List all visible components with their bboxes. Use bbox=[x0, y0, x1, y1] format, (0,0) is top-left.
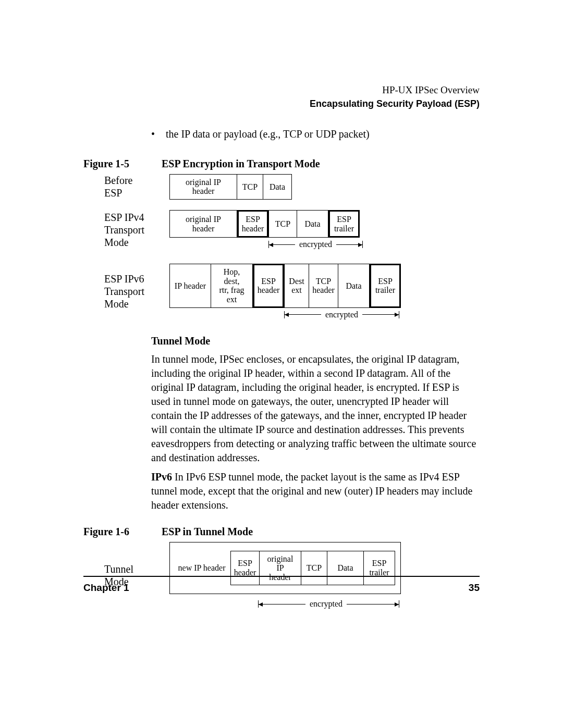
pkt-box: TCP header bbox=[309, 264, 338, 307]
pkt-box: Data bbox=[327, 551, 364, 586]
figure-title: ESP Encryption in Transport Mode bbox=[162, 158, 480, 170]
tunnel-mode-boxwrap: new IP header ESP header original IP hea… bbox=[169, 542, 401, 609]
figure-number: Figure 1-6 bbox=[83, 526, 162, 538]
pkt-box: original IP header bbox=[260, 551, 301, 586]
bullet-text: the IP data or payload (e.g., TCP or UDP… bbox=[166, 128, 370, 140]
encrypted-text: encrypted bbox=[305, 599, 347, 609]
pkt-box: Hop, dest, rtr, frag ext bbox=[211, 264, 253, 307]
ipv6-para-text: In IPv6 ESP tunnel mode, the packet layo… bbox=[151, 471, 472, 511]
range-bar-icon bbox=[399, 311, 399, 318]
figure-title: ESP in Tunnel Mode bbox=[162, 526, 480, 538]
running-header: HP-UX IPSec Overview Encapsulating Secur… bbox=[83, 83, 480, 110]
esp-ipv6-boxes: IP header Hop, dest, rtr, frag ext ESP h… bbox=[169, 264, 401, 307]
esp-ipv4-label: ESP IPv4 Transport Mode bbox=[83, 211, 169, 249]
encrypted-range: encrypted bbox=[258, 599, 401, 609]
arrow-right-icon bbox=[347, 604, 399, 604]
encrypted-range: encrypted bbox=[284, 310, 401, 319]
pkt-box: ESP trailer bbox=[328, 210, 360, 238]
esp-ipv6-label: ESP IPv6 Transport Mode bbox=[83, 273, 169, 310]
figure-1-5-diagram: Before ESP original IP header TCP Data E… bbox=[83, 174, 480, 319]
pkt-box: ESP header bbox=[253, 264, 284, 307]
pkt-box: original IP header bbox=[169, 174, 237, 200]
figure-1-5-header: Figure 1-5 ESP Encryption in Transport M… bbox=[83, 158, 480, 170]
encrypted-text: encrypted bbox=[321, 310, 362, 319]
arrow-left-icon bbox=[259, 604, 305, 604]
pkt-box: ESP trailer bbox=[370, 264, 401, 307]
arrow-left-icon bbox=[285, 314, 321, 315]
before-esp-row: Before ESP original IP header TCP Data bbox=[83, 174, 480, 200]
tunnel-mode-paragraph: In tunnel mode, IPSec encloses, or encap… bbox=[83, 352, 480, 465]
pkt-box: original IP header bbox=[169, 210, 237, 238]
page-number: 35 bbox=[469, 582, 480, 594]
range-bar-icon bbox=[362, 241, 363, 248]
pkt-box: Data bbox=[297, 210, 328, 238]
pkt-box: Dest ext bbox=[284, 264, 309, 307]
bullet-dot-icon: • bbox=[151, 128, 166, 140]
section-title: Encapsulating Security Payload (ESP) bbox=[83, 97, 480, 110]
arrow-right-icon bbox=[336, 244, 362, 245]
pkt-box: ESP trailer bbox=[364, 551, 395, 586]
esp-ipv4-boxes: original IP header ESP header TCP Data E… bbox=[169, 210, 363, 238]
bullet-item: • the IP data or payload (e.g., TCP or U… bbox=[83, 128, 480, 140]
tunnel-mode-row: Tunnel Mode new IP header ESP header ori… bbox=[83, 542, 480, 609]
ipv6-prefix: IPv6 bbox=[151, 471, 172, 483]
arrow-right-icon bbox=[362, 314, 399, 315]
pkt-box: TCP bbox=[301, 551, 327, 586]
before-esp-label: Before ESP bbox=[83, 174, 169, 199]
esp-ipv6-boxwrap: IP header Hop, dest, rtr, frag ext ESP h… bbox=[169, 264, 401, 319]
encrypted-text: encrypted bbox=[295, 240, 336, 249]
figure-1-6-header: Figure 1-6 ESP in Tunnel Mode bbox=[83, 526, 480, 538]
pkt-box: ESP header bbox=[230, 551, 260, 586]
page: HP-UX IPSec Overview Encapsulating Secur… bbox=[0, 0, 563, 728]
pkt-box: ESP header bbox=[237, 210, 268, 238]
esp-ipv4-boxwrap: original IP header ESP header TCP Data E… bbox=[169, 210, 363, 249]
pkt-box: Data bbox=[263, 174, 292, 200]
encrypted-range: encrypted bbox=[268, 240, 363, 249]
pkt-box: TCP bbox=[237, 174, 263, 200]
chapter-label: Chapter 1 bbox=[83, 582, 129, 594]
before-esp-boxes: original IP header TCP Data bbox=[169, 174, 292, 200]
arrow-left-icon bbox=[269, 244, 295, 245]
footer-rule bbox=[83, 576, 480, 577]
figure-number: Figure 1-5 bbox=[83, 158, 162, 170]
tunnel-mode-heading: Tunnel Mode bbox=[83, 335, 480, 347]
pkt-box: Data bbox=[338, 264, 370, 307]
figure-1-6-diagram: Tunnel Mode new IP header ESP header ori… bbox=[83, 542, 480, 609]
pkt-box: new IP header bbox=[173, 551, 230, 586]
range-bar-icon bbox=[399, 600, 399, 608]
esp-ipv4-row: ESP IPv4 Transport Mode original IP head… bbox=[83, 210, 480, 249]
esp-ipv6-row: ESP IPv6 Transport Mode IP header Hop, d… bbox=[83, 264, 480, 319]
ipv6-paragraph: IPv6 In IPv6 ESP tunnel mode, the packet… bbox=[83, 470, 480, 512]
pkt-box: TCP bbox=[268, 210, 297, 238]
page-footer: Chapter 1 35 bbox=[83, 582, 480, 594]
pkt-box: IP header bbox=[169, 264, 211, 307]
doc-title: HP-UX IPSec Overview bbox=[83, 83, 480, 97]
